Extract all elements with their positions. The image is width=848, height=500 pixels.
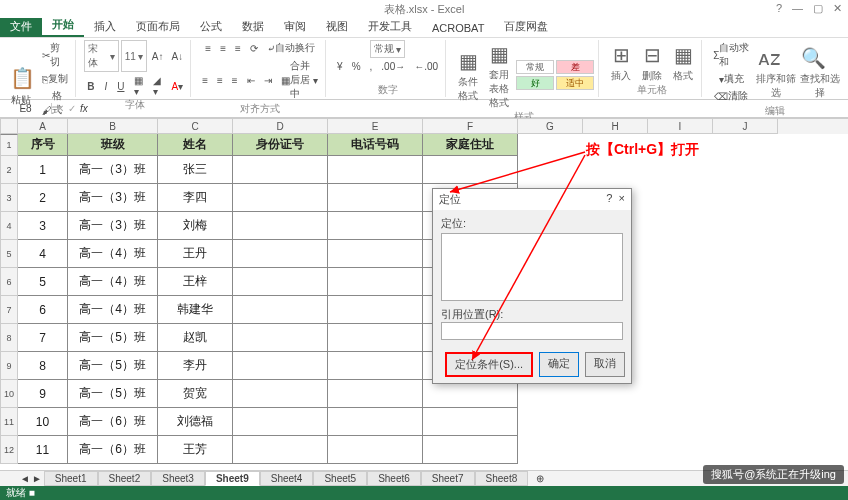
cell[interactable] — [328, 380, 423, 408]
cell[interactable] — [328, 212, 423, 240]
cell[interactable]: 高一（4）班 — [68, 240, 158, 268]
cell[interactable] — [423, 408, 518, 436]
ribbon-tab[interactable]: 视图 — [316, 16, 358, 37]
cell[interactable]: 高一（6）班 — [68, 436, 158, 464]
paste-icon[interactable]: 📋 — [8, 64, 36, 92]
cell[interactable]: 5 — [18, 268, 68, 296]
border-icon[interactable]: ▦ ▾ — [131, 74, 146, 98]
ribbon-tab[interactable]: 审阅 — [274, 16, 316, 37]
cell[interactable] — [233, 380, 328, 408]
cell[interactable] — [328, 352, 423, 380]
ribbon-tab[interactable]: 开发工具 — [358, 16, 422, 37]
worksheet[interactable]: ABCDEFGHIJ 1序号班级姓名身份证号电话号码家庭住址21高一（3）班张三… — [0, 118, 848, 470]
cell[interactable] — [233, 184, 328, 212]
ribbon-tab[interactable]: 数据 — [232, 16, 274, 37]
cell[interactable] — [233, 212, 328, 240]
col-header[interactable]: G — [518, 119, 583, 134]
col-header[interactable]: J — [713, 119, 778, 134]
cell[interactable]: 李四 — [158, 184, 233, 212]
cell[interactable]: 10 — [18, 408, 68, 436]
table-header[interactable]: 序号 — [18, 134, 68, 156]
cell[interactable]: 刘梅 — [158, 212, 233, 240]
cell[interactable]: 高一（4）班 — [68, 296, 158, 324]
cell[interactable] — [328, 436, 423, 464]
dialog-close-icon[interactable]: × — [619, 192, 625, 204]
style-bad[interactable]: 差 — [556, 60, 594, 74]
table-header[interactable]: 班级 — [68, 134, 158, 156]
minimize-icon[interactable]: — — [792, 2, 803, 15]
fill-button[interactable]: ▾ 填充 — [710, 71, 752, 87]
cell[interactable] — [233, 324, 328, 352]
delete-icon[interactable]: ⊟ — [638, 41, 666, 69]
cell[interactable]: 8 — [18, 352, 68, 380]
cell[interactable]: 高一（5）班 — [68, 352, 158, 380]
cell[interactable] — [328, 324, 423, 352]
fill-icon[interactable]: ◢ ▾ — [150, 74, 164, 98]
grow-font-icon[interactable]: A↑ — [149, 40, 167, 72]
enter-fx-icon[interactable]: ✓ — [68, 103, 76, 114]
cell[interactable]: 刘德福 — [158, 408, 233, 436]
col-header[interactable]: H — [583, 119, 648, 134]
style-normal[interactable]: 常规 — [516, 60, 554, 74]
row-header[interactable]: 6 — [0, 268, 18, 296]
sheet-tab[interactable]: Sheet4 — [260, 471, 314, 486]
italic-icon[interactable]: I — [101, 74, 110, 98]
cond-fmt-icon[interactable]: ▦ — [454, 47, 482, 75]
ribbon-tab[interactable]: 页面布局 — [126, 16, 190, 37]
row-header[interactable]: 2 — [0, 156, 18, 184]
table-header[interactable]: 家庭住址 — [423, 134, 518, 156]
row-header[interactable]: 12 — [0, 436, 18, 464]
cancel-button[interactable]: 取消 — [585, 352, 625, 377]
name-box[interactable]: E8 — [0, 103, 52, 114]
row-header[interactable]: 4 — [0, 212, 18, 240]
col-header[interactable]: I — [648, 119, 713, 134]
style-good[interactable]: 好 — [516, 76, 554, 90]
sheet-tab[interactable]: Sheet9 — [205, 471, 260, 486]
sheet-tab[interactable]: Sheet2 — [98, 471, 152, 486]
cell[interactable]: 9 — [18, 380, 68, 408]
sheet-tab[interactable]: Sheet1 — [44, 471, 98, 486]
cell[interactable]: 赵凯 — [158, 324, 233, 352]
cell[interactable] — [233, 408, 328, 436]
cell[interactable]: 4 — [18, 240, 68, 268]
dialog-help-icon[interactable]: ? — [606, 192, 612, 204]
row-header[interactable]: 8 — [0, 324, 18, 352]
align-bot-icon[interactable]: ≡ — [232, 40, 244, 56]
cell[interactable] — [233, 268, 328, 296]
cell[interactable]: 高一（3）班 — [68, 212, 158, 240]
row-header[interactable]: 5 — [0, 240, 18, 268]
cell[interactable]: 高一（5）班 — [68, 380, 158, 408]
cell[interactable] — [328, 240, 423, 268]
cell[interactable]: 高一（4）班 — [68, 268, 158, 296]
row-header[interactable]: 10 — [0, 380, 18, 408]
sheet-tab[interactable]: Sheet6 — [367, 471, 421, 486]
align-right-icon[interactable]: ≡ — [229, 58, 241, 102]
file-tab[interactable]: 文件 — [0, 16, 42, 37]
style-mid[interactable]: 适中 — [556, 76, 594, 90]
merge-button[interactable]: ▦ 合并后居中 ▾ — [278, 58, 321, 102]
row-header[interactable]: 1 — [0, 134, 18, 156]
underline-icon[interactable]: U — [114, 74, 127, 98]
cell[interactable]: 王芳 — [158, 436, 233, 464]
col-header[interactable]: B — [68, 119, 158, 134]
col-header[interactable]: D — [233, 119, 328, 134]
percent-icon[interactable]: % — [349, 60, 364, 73]
clear-button[interactable]: ⌫ 清除 — [710, 88, 752, 104]
col-header[interactable]: C — [158, 119, 233, 134]
select-all[interactable] — [0, 119, 18, 134]
cell[interactable] — [328, 408, 423, 436]
indent-inc-icon[interactable]: ⇥ — [261, 58, 275, 102]
cell[interactable]: 1 — [18, 156, 68, 184]
help-icon[interactable]: ? — [776, 2, 782, 15]
cell[interactable]: 高一（3）班 — [68, 184, 158, 212]
sheet-tab[interactable]: Sheet7 — [421, 471, 475, 486]
ribbon-tab[interactable]: ACROBAT — [422, 19, 494, 37]
wrap-button[interactable]: ⤶ 自动换行 — [264, 40, 318, 56]
ref-input[interactable] — [441, 322, 623, 340]
cell[interactable]: 王丹 — [158, 240, 233, 268]
cell[interactable]: 11 — [18, 436, 68, 464]
cell[interactable]: 3 — [18, 212, 68, 240]
table-fmt-icon[interactable]: ▦ — [485, 40, 513, 68]
ribbon-tab[interactable]: 百度网盘 — [494, 16, 558, 37]
number-format-select[interactable]: 常规 ▾ — [370, 40, 405, 58]
